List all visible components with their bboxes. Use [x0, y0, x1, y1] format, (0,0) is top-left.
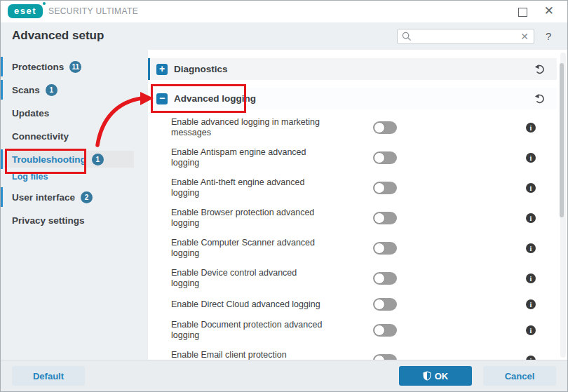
- titlebar: eset SECURITY ULTIMATE ✕: [1, 1, 567, 22]
- maximize-icon[interactable]: [518, 8, 527, 17]
- setting-label: Enable advanced logging in marketing mes…: [171, 117, 327, 138]
- page-title: Advanced setup: [12, 29, 104, 43]
- sidebar-item-label: Protections: [12, 62, 64, 72]
- info-icon[interactable]: i: [526, 273, 536, 283]
- toggle-switch[interactable]: [373, 324, 397, 337]
- scrollbar-thumb[interactable]: [560, 63, 564, 217]
- sidebar-item-troubleshooting[interactable]: Troubleshooting 1: [1, 151, 134, 168]
- setting-row: Enable Direct Cloud advanced logging i: [171, 298, 536, 311]
- default-button[interactable]: Default: [12, 366, 85, 386]
- scrollbar[interactable]: [560, 53, 566, 358]
- setting-label: Enable Document protection advanced logg…: [171, 320, 327, 341]
- setting-row: Enable Browser protection advanced loggi…: [171, 208, 536, 229]
- sidebar-item-protections[interactable]: Protections 11: [1, 58, 134, 75]
- revert-icon[interactable]: [534, 93, 546, 104]
- count-badge: 11: [69, 61, 81, 73]
- sidebar-item-label: Updates: [12, 108, 49, 119]
- sidebar-item-privacy-settings[interactable]: Privacy settings: [1, 212, 134, 229]
- advanced-setup-window: eset SECURITY ULTIMATE ✕ Advanced setup …: [0, 0, 568, 392]
- toggle-switch[interactable]: [373, 298, 397, 311]
- sidebar-item-updates[interactable]: Updates: [1, 104, 134, 121]
- setting-label: Enable Anti-theft engine advanced loggin…: [171, 177, 327, 198]
- setting-row: Enable Device control advanced logging i: [171, 268, 536, 289]
- search-box: ✕: [397, 29, 534, 44]
- section-label: Advanced logging: [174, 93, 256, 104]
- setting-label: Enable Device control advanced logging: [171, 268, 327, 289]
- setting-row: Enable Antispam engine advanced logging …: [171, 147, 536, 168]
- sidebar-item-label: Log files: [12, 172, 48, 182]
- info-icon[interactable]: i: [526, 243, 536, 253]
- close-icon[interactable]: ✕: [544, 4, 554, 18]
- count-badge: 2: [81, 191, 93, 203]
- toggle-switch[interactable]: [373, 242, 397, 255]
- clear-search-icon[interactable]: ✕: [520, 32, 529, 41]
- sidebar-item-label: Connectivity: [12, 131, 69, 142]
- product-name: SECURITY ULTIMATE: [48, 6, 138, 16]
- ok-button[interactable]: OK: [399, 366, 472, 386]
- sidebar-item-log-files[interactable]: Log files: [1, 170, 134, 183]
- settings-rows: Enable advanced logging in marketing mes…: [148, 117, 557, 392]
- cancel-button[interactable]: Cancel: [483, 366, 556, 386]
- expand-icon[interactable]: +: [156, 64, 168, 75]
- setting-label: Enable Computer Scanner advanced logging: [171, 238, 327, 259]
- collapse-icon[interactable]: −: [156, 93, 168, 104]
- setting-row: Enable Anti-theft engine advanced loggin…: [171, 177, 536, 198]
- toggle-switch[interactable]: [373, 182, 397, 194]
- settings-panel: + Diagnostics − Advanced logging: [148, 50, 567, 360]
- toggle-switch[interactable]: [373, 151, 397, 164]
- info-icon[interactable]: i: [526, 153, 536, 163]
- sidebar: Protections 11 Scans 1 Updates Connectiv…: [1, 50, 148, 360]
- info-icon[interactable]: i: [526, 325, 536, 335]
- header: Advanced setup ✕ ?: [1, 22, 567, 50]
- section-label: Diagnostics: [174, 64, 228, 74]
- shield-icon: [423, 371, 431, 381]
- sidebar-item-label: Scans: [12, 85, 40, 95]
- info-icon[interactable]: i: [526, 299, 536, 309]
- count-badge: 1: [46, 84, 58, 96]
- setting-label: Enable Direct Cloud advanced logging: [171, 299, 327, 310]
- search-icon: [402, 32, 412, 41]
- sidebar-item-connectivity[interactable]: Connectivity: [1, 128, 134, 144]
- sidebar-item-scans[interactable]: Scans 1: [1, 81, 134, 98]
- sidebar-item-label: Privacy settings: [12, 215, 85, 226]
- section-header-diagnostics[interactable]: + Diagnostics: [148, 58, 557, 80]
- eset-logo: eset: [8, 4, 43, 18]
- setting-label: Enable Antispam engine advanced logging: [171, 147, 327, 168]
- info-icon[interactable]: i: [526, 213, 536, 223]
- count-badge: 1: [92, 154, 104, 165]
- setting-row: Enable Computer Scanner advanced logging…: [171, 238, 536, 259]
- footer: Default OK Cancel: [1, 360, 567, 391]
- toggle-switch[interactable]: [373, 212, 397, 224]
- info-icon[interactable]: i: [526, 183, 536, 193]
- setting-row: Enable Document protection advanced logg…: [171, 320, 536, 341]
- revert-icon[interactable]: [534, 63, 546, 75]
- section-header-advanced-logging[interactable]: − Advanced logging: [148, 88, 557, 109]
- help-icon[interactable]: ?: [546, 30, 551, 42]
- sidebar-item-label: User interface: [12, 192, 75, 203]
- ok-label: OK: [435, 371, 449, 381]
- sidebar-item-label: Troubleshooting: [12, 154, 86, 165]
- toggle-switch[interactable]: [373, 121, 397, 134]
- toggle-switch[interactable]: [373, 272, 397, 285]
- search-input[interactable]: [415, 31, 520, 42]
- setting-label: Enable Browser protection advanced loggi…: [171, 208, 327, 229]
- setting-row: Enable advanced logging in marketing mes…: [171, 117, 536, 138]
- sidebar-item-user-interface[interactable]: User interface 2: [1, 189, 134, 205]
- info-icon[interactable]: i: [526, 123, 536, 133]
